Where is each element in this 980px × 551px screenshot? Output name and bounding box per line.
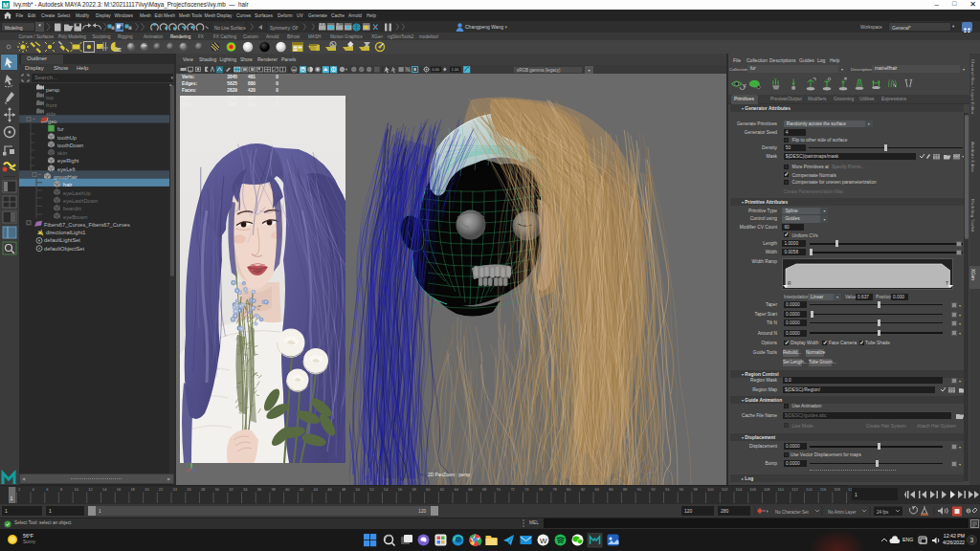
svg-text:70: 70 [497, 487, 501, 492]
svg-text:0.00: 0.00 [432, 67, 439, 72]
svg-text:22: 22 [159, 487, 164, 492]
svg-text:fur: fur [57, 126, 64, 132]
svg-text:68: 68 [482, 487, 487, 492]
svg-text:90: 90 [637, 487, 642, 492]
svg-text:84: 84 [595, 487, 600, 492]
svg-text:96: 96 [679, 487, 684, 492]
svg-text:108: 108 [764, 487, 770, 492]
svg-text:eyeLeft: eyeLeft [57, 166, 76, 172]
svg-text:34: 34 [243, 487, 248, 492]
svg-text:3: 3 [969, 537, 973, 543]
svg-text:38: 38 [271, 487, 276, 492]
svg-text:92: 92 [651, 487, 656, 492]
svg-text:36: 36 [257, 487, 262, 492]
svg-text:hair: hair [63, 182, 73, 187]
svg-text:toothUp: toothUp [57, 135, 77, 141]
svg-text:groupHair: groupHair [54, 174, 78, 180]
svg-text:10: 10 [75, 487, 79, 492]
svg-text:28: 28 [201, 487, 206, 492]
svg-text:72: 72 [510, 487, 515, 492]
svg-text:defaultLightSet: defaultLightSet [44, 237, 80, 243]
svg-text:98: 98 [693, 487, 698, 492]
svg-text:toothDown: toothDown [57, 143, 83, 148]
svg-text:beardin: beardin [63, 206, 81, 211]
svg-text:No Character Set: No Character Set [775, 510, 810, 515]
svg-text:1.00: 1.00 [451, 67, 458, 72]
svg-text:skin: skin [57, 150, 67, 156]
svg-text:64: 64 [455, 487, 459, 492]
svg-text:T: T [946, 280, 948, 286]
svg-text:114: 114 [806, 487, 813, 492]
svg-text:88: 88 [623, 487, 628, 492]
svg-text:52: 52 [369, 487, 374, 492]
svg-text:Fibers67_Curves_Fibers67_Curve: Fibers67_Curves_Fibers67_Curves [44, 222, 130, 228]
svg-text:26: 26 [187, 487, 191, 492]
svg-text:eyeLashUp: eyeLashUp [63, 190, 91, 196]
svg-text:94: 94 [665, 487, 670, 492]
svg-text:12: 12 [88, 487, 93, 492]
svg-text:24 fps: 24 fps [877, 510, 889, 515]
svg-text:42: 42 [300, 487, 304, 492]
svg-text:Symmetry: Off: Symmetry: Off [270, 26, 299, 31]
svg-text:44: 44 [314, 487, 319, 492]
svg-text:86: 86 [609, 487, 613, 492]
svg-text:top: top [46, 95, 54, 100]
svg-text:110: 110 [778, 487, 785, 492]
svg-text:118: 118 [834, 487, 840, 492]
svg-text:eyeBrown: eyeBrown [63, 214, 87, 220]
svg-text:eyeLashDown: eyeLashDown [63, 198, 98, 204]
svg-text:80: 80 [567, 487, 571, 492]
svg-text:eyeRight: eyeRight [57, 158, 79, 164]
svg-text:directionalLight1: directionalLight1 [46, 230, 85, 235]
svg-text:W: W [540, 537, 547, 545]
svg-text:112: 112 [791, 487, 798, 492]
svg-text:20: 20 [145, 487, 149, 492]
svg-text:14: 14 [102, 487, 107, 492]
svg-text:78: 78 [552, 487, 557, 492]
svg-text:46: 46 [327, 487, 332, 492]
svg-text:104: 104 [736, 487, 743, 492]
svg-text:100: 100 [707, 487, 714, 492]
svg-text:50: 50 [356, 487, 361, 492]
svg-text:66: 66 [468, 487, 473, 492]
svg-text:58: 58 [412, 487, 416, 492]
svg-text:74: 74 [524, 487, 529, 492]
svg-text:side: side [46, 111, 56, 117]
svg-text:30: 30 [215, 487, 220, 492]
svg-text:102: 102 [722, 487, 728, 492]
svg-text:1: 1 [855, 492, 858, 497]
svg-text:54: 54 [384, 487, 389, 492]
svg-text:No Anim Layer: No Anim Layer [828, 510, 857, 515]
svg-text:32: 32 [229, 487, 234, 492]
svg-text:persp: persp [46, 87, 59, 93]
svg-text:82: 82 [581, 487, 586, 492]
svg-text:116: 116 [820, 487, 827, 492]
svg-text:front: front [46, 102, 57, 108]
svg-text:defaultObjectSet: defaultObjectSet [44, 246, 84, 252]
svg-text:M: M [3, 2, 9, 9]
svg-text:56: 56 [398, 487, 403, 492]
svg-text:y: y [190, 463, 192, 467]
svg-text:1: 1 [11, 496, 13, 501]
svg-text:48: 48 [342, 487, 346, 492]
svg-text:62: 62 [440, 487, 445, 492]
svg-text:geo: geo [48, 119, 57, 124]
svg-text:18: 18 [130, 487, 135, 492]
svg-text:No Live Surface: No Live Surface [214, 26, 246, 31]
svg-text:76: 76 [539, 487, 544, 492]
svg-text:60: 60 [426, 487, 431, 492]
svg-text:40: 40 [285, 487, 290, 492]
svg-text:R: R [788, 280, 791, 286]
svg-text:106: 106 [749, 487, 756, 492]
svg-text:24: 24 [173, 487, 178, 492]
svg-text:16: 16 [117, 487, 122, 492]
